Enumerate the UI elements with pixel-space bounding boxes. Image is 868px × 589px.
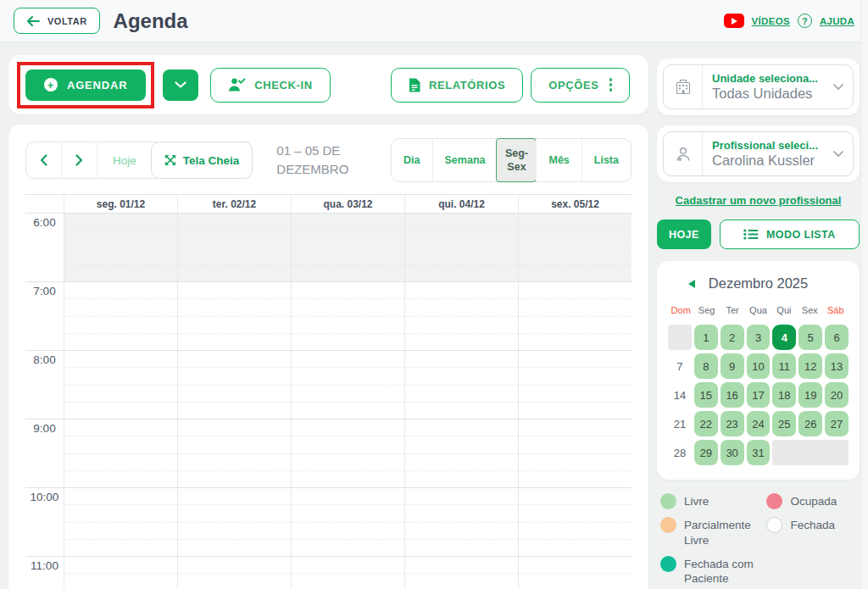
register-professional-link[interactable]: Cadastrar um novo profissional — [657, 194, 860, 207]
help-icon[interactable]: ? — [798, 14, 812, 28]
mini-day-21[interactable]: 21 — [668, 411, 692, 436]
professional-selector-card: Profissional seleci... Carolina Kussler — [657, 125, 860, 182]
mini-day-17[interactable]: 17 — [747, 382, 771, 408]
view-tab-m-s[interactable]: Mês — [536, 139, 581, 181]
slot-cell[interactable] — [404, 214, 518, 281]
agendar-dropdown-button[interactable] — [163, 69, 198, 101]
mini-day-31[interactable]: 31 — [747, 440, 771, 465]
mini-day-3[interactable]: 3 — [747, 325, 771, 350]
mini-day-24[interactable]: 24 — [747, 411, 771, 436]
time-label: 11:00 — [25, 557, 64, 589]
mini-day-20[interactable]: 20 — [825, 382, 849, 408]
slot-cell[interactable] — [404, 351, 518, 419]
view-tab-lista[interactable]: Lista — [581, 139, 631, 181]
hoje-button[interactable]: Hoje — [97, 142, 152, 178]
page-scrollbar[interactable] — [860, 0, 868, 589]
agendar-button[interactable]: + AGENDAR — [25, 69, 146, 101]
checkin-button[interactable]: CHECK-IN — [210, 68, 330, 103]
slot-cell[interactable] — [518, 282, 632, 350]
today-button[interactable]: HOJE — [657, 219, 711, 249]
slot-cell[interactable] — [177, 214, 291, 281]
slot-cell[interactable] — [64, 282, 177, 350]
view-tabs: DiaSemanaSeg-SexMêsLista — [391, 138, 632, 182]
mini-day-14[interactable]: 14 — [668, 382, 692, 408]
mini-day-5[interactable]: 5 — [798, 325, 822, 350]
mini-day-11[interactable]: 11 — [772, 353, 796, 379]
weekday-label: Sex — [797, 305, 822, 315]
opcoes-button[interactable]: OPÇÕES — [531, 68, 630, 103]
mini-day-25[interactable]: 25 — [772, 411, 796, 436]
time-label: 9:00 — [25, 420, 64, 487]
slot-cell[interactable] — [404, 282, 518, 350]
professional-selector-label: Profissional seleci... — [712, 139, 824, 152]
slot-cell[interactable] — [291, 420, 404, 487]
view-tab-semana[interactable]: Semana — [432, 139, 498, 181]
prev-month-icon[interactable] — [688, 280, 695, 288]
slot-cell[interactable] — [177, 557, 291, 589]
mini-day-8[interactable]: 8 — [694, 353, 718, 379]
slot-cell[interactable] — [404, 557, 518, 589]
slot-cell[interactable] — [518, 214, 632, 281]
next-week-button[interactable] — [62, 142, 97, 178]
fullscreen-button[interactable]: Tela Cheia — [151, 142, 253, 179]
mini-day-9[interactable]: 9 — [721, 353, 744, 379]
mini-day-13[interactable]: 13 — [825, 353, 849, 379]
slot-cell[interactable] — [518, 557, 632, 589]
voltar-label: VOLTAR — [47, 16, 87, 26]
prev-week-button[interactable] — [26, 142, 62, 178]
slot-cell[interactable] — [64, 214, 177, 281]
slot-cell[interactable] — [177, 420, 291, 487]
slot-cell[interactable] — [404, 420, 518, 487]
slot-cell[interactable] — [64, 488, 177, 556]
mini-day-16[interactable]: 16 — [721, 382, 744, 408]
mini-day-30[interactable]: 30 — [721, 440, 744, 465]
mini-day-15[interactable]: 15 — [694, 382, 718, 408]
mini-day-7[interactable]: 7 — [668, 353, 692, 379]
slot-cell[interactable] — [291, 214, 404, 281]
slot-cell[interactable] — [177, 351, 291, 419]
view-tab-dia[interactable]: Dia — [392, 139, 431, 181]
relatorios-button[interactable]: RELATÓRIOS — [391, 68, 523, 103]
unit-selector-label: Unidade seleciona... — [712, 72, 824, 85]
slot-cell[interactable] — [518, 488, 632, 556]
slot-cell[interactable] — [177, 282, 291, 350]
unit-selector[interactable]: Unidade seleciona... Todas Unidades — [663, 64, 854, 109]
slot-cell[interactable] — [291, 488, 404, 556]
mini-day-29[interactable]: 29 — [694, 440, 718, 465]
view-tab-seg-sex[interactable]: Seg-Sex — [496, 138, 537, 182]
mini-day-23[interactable]: 23 — [721, 411, 744, 436]
legend-color-dot — [660, 556, 676, 572]
mini-day-26[interactable]: 26 — [798, 411, 822, 436]
mini-day-6[interactable]: 6 — [825, 325, 849, 350]
videos-link[interactable]: VÍDEOS — [752, 16, 790, 26]
slot-cell[interactable] — [291, 351, 404, 419]
mini-day-28[interactable]: 28 — [668, 440, 692, 465]
minical-weekdays: DomSegTerQuaQuiSexSáb — [668, 305, 849, 315]
slot-cell[interactable] — [64, 557, 177, 589]
slot-cell[interactable] — [404, 488, 518, 556]
mini-day-22[interactable]: 22 — [694, 411, 718, 436]
voltar-button[interactable]: VOLTAR — [14, 8, 100, 34]
slot-cell[interactable] — [518, 420, 632, 487]
mini-day-1[interactable]: 1 — [694, 325, 718, 350]
mini-day-27[interactable]: 27 — [825, 411, 849, 436]
slot-cell[interactable] — [291, 557, 404, 589]
day-header: sex. 05/12 — [518, 195, 632, 213]
slot-cell[interactable] — [64, 351, 177, 419]
mini-day-2[interactable]: 2 — [721, 325, 744, 350]
professional-selector[interactable]: Profissional seleci... Carolina Kussler — [663, 131, 854, 176]
slot-cell[interactable] — [64, 420, 177, 487]
slot-cell[interactable] — [291, 282, 404, 350]
mini-day-4[interactable]: 4 — [772, 325, 796, 350]
hour-row: 9:00 — [25, 420, 632, 488]
list-mode-button[interactable]: MODO LISTA — [720, 219, 860, 249]
professional-selector-value: Carolina Kussler — [712, 153, 824, 169]
mini-day-19[interactable]: 19 — [798, 382, 822, 408]
mini-day-10[interactable]: 10 — [747, 353, 771, 379]
mini-day-18[interactable]: 18 — [772, 382, 796, 408]
calendar-nav: Hoje Tela Cheia — [25, 142, 253, 179]
mini-day-12[interactable]: 12 — [798, 353, 822, 379]
slot-cell[interactable] — [177, 488, 291, 556]
slot-cell[interactable] — [518, 351, 632, 419]
ajuda-link[interactable]: AJUDA — [820, 16, 854, 26]
